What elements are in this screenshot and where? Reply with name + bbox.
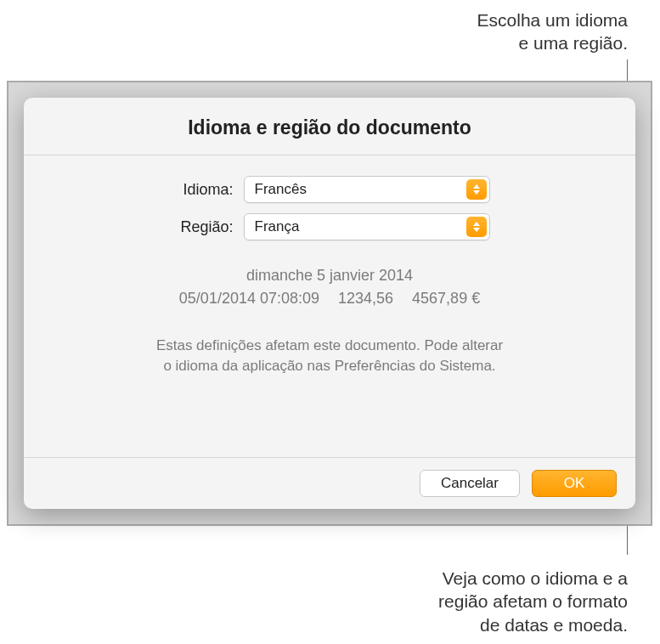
form-rows: Idioma: Francês Região: França — [170, 176, 490, 240]
up-down-arrow-icon — [466, 217, 487, 237]
form-row-region: Região: França — [170, 213, 490, 240]
dialog-header: Idioma e região do documento — [24, 98, 635, 155]
callout-top-text: Escolha um idioma e uma região. — [477, 10, 628, 53]
ok-button-label: OK — [564, 475, 585, 492]
help-text: Estas definições afetam este documento. … — [156, 336, 503, 376]
ok-button[interactable]: OK — [532, 470, 617, 497]
dialog-title: Idioma e região do documento — [41, 116, 618, 139]
form-row-language: Idioma: Francês — [170, 176, 490, 203]
format-preview: dimanche 5 janvier 2014 05/01/2014 07:08… — [179, 264, 480, 310]
screenshot-frame: Idioma e região do documento Idioma: Fra… — [7, 81, 652, 526]
callout-bottom: Veja como o idioma e a região afetam o f… — [288, 567, 628, 636]
preview-number: 1234,56 — [338, 287, 393, 310]
dialog-body: Idioma: Francês Região: França — [24, 155, 635, 457]
up-down-arrow-icon — [466, 179, 487, 200]
cancel-button[interactable]: Cancelar — [420, 470, 520, 497]
preview-currency: 4567,89 € — [412, 287, 480, 310]
callout-top: Escolha um idioma e uma região. — [288, 8, 628, 55]
preview-long-date: dimanche 5 janvier 2014 — [179, 264, 480, 287]
region-label: Região: — [170, 218, 234, 236]
dialog-footer: Cancelar OK — [24, 457, 635, 509]
region-popup[interactable]: França — [244, 213, 490, 240]
language-label: Idioma: — [170, 181, 234, 199]
preview-row: 05/01/2014 07:08:09 1234,56 4567,89 € — [179, 287, 480, 310]
preview-datetime: 05/01/2014 07:08:09 — [179, 287, 319, 310]
callout-bottom-text: Veja como o idioma e a região afetam o f… — [438, 568, 628, 635]
cancel-button-label: Cancelar — [441, 475, 499, 492]
region-value: França — [255, 218, 300, 235]
dialog: Idioma e região do documento Idioma: Fra… — [24, 98, 635, 509]
language-popup[interactable]: Francês — [244, 176, 490, 203]
language-value: Francês — [255, 181, 307, 198]
